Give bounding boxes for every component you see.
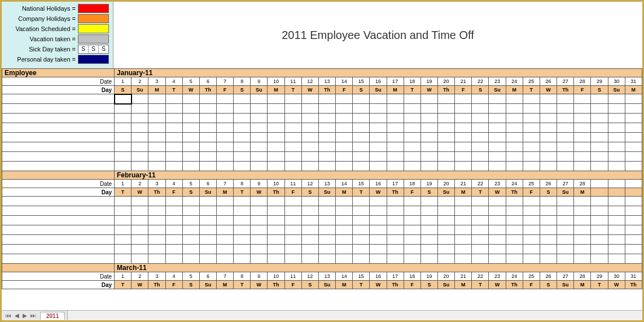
dow-cell[interactable]: Th bbox=[268, 281, 284, 289]
employee-name-cell[interactable] bbox=[2, 133, 115, 142]
calendar-cell[interactable] bbox=[284, 104, 301, 114]
dow-cell[interactable]: Su bbox=[251, 86, 268, 94]
calendar-cell[interactable] bbox=[472, 152, 489, 162]
calendar-cell[interactable] bbox=[506, 197, 523, 206]
date-cell[interactable]: 8 bbox=[234, 77, 251, 86]
dow-cell[interactable]: Su bbox=[557, 188, 574, 197]
dow-cell[interactable]: M bbox=[387, 86, 404, 94]
calendar-cell[interactable] bbox=[420, 104, 437, 114]
date-cell[interactable]: 21 bbox=[455, 77, 472, 86]
calendar-cell[interactable] bbox=[216, 152, 233, 162]
calendar-cell[interactable] bbox=[608, 206, 625, 216]
calendar-cell[interactable] bbox=[234, 197, 251, 206]
calendar-cell[interactable] bbox=[234, 216, 251, 225]
calendar-cell[interactable] bbox=[472, 206, 489, 216]
calendar-cell[interactable] bbox=[625, 94, 642, 104]
calendar-cell[interactable] bbox=[336, 225, 353, 235]
calendar-cell[interactable] bbox=[455, 206, 472, 216]
calendar-cell[interactable] bbox=[625, 206, 642, 216]
calendar-cell[interactable] bbox=[438, 104, 455, 114]
calendar-cell[interactable] bbox=[540, 123, 557, 133]
dow-cell[interactable]: S bbox=[591, 86, 608, 94]
employee-name-cell[interactable] bbox=[2, 225, 115, 235]
calendar-cell[interactable] bbox=[301, 206, 318, 216]
calendar-cell[interactable] bbox=[165, 235, 182, 245]
calendar-cell[interactable] bbox=[199, 197, 216, 206]
employee-name-cell[interactable] bbox=[2, 104, 115, 114]
calendar-cell[interactable] bbox=[336, 123, 353, 133]
dow-cell[interactable]: Th bbox=[199, 86, 216, 94]
tab-next-icon[interactable]: ▶ bbox=[21, 312, 29, 319]
dow-cell[interactable]: M bbox=[506, 86, 523, 94]
calendar-cell[interactable] bbox=[132, 104, 148, 114]
calendar-cell[interactable] bbox=[625, 142, 642, 152]
calendar-cell[interactable] bbox=[489, 225, 506, 235]
date-cell[interactable] bbox=[591, 180, 608, 188]
tab-nav-buttons[interactable]: ⏮ ◀ ▶ ⏭ bbox=[2, 312, 40, 319]
calendar-cell[interactable] bbox=[268, 94, 284, 104]
calendar-cell[interactable] bbox=[608, 104, 625, 114]
calendar-cell[interactable] bbox=[438, 123, 455, 133]
calendar-cell[interactable] bbox=[353, 133, 370, 142]
calendar-cell[interactable] bbox=[165, 152, 182, 162]
calendar-cell[interactable] bbox=[591, 216, 608, 225]
employee-name-cell[interactable] bbox=[2, 94, 115, 104]
dow-cell[interactable]: Th bbox=[387, 188, 404, 197]
dow-cell[interactable]: S bbox=[420, 281, 437, 289]
calendar-cell[interactable] bbox=[506, 206, 523, 216]
calendar-cell[interactable] bbox=[574, 142, 591, 152]
date-cell[interactable]: 1 bbox=[115, 180, 132, 188]
calendar-cell[interactable] bbox=[608, 225, 625, 235]
date-cell[interactable]: 16 bbox=[370, 272, 387, 281]
calendar-cell[interactable] bbox=[540, 114, 557, 123]
calendar-cell[interactable] bbox=[182, 94, 199, 104]
date-cell[interactable]: 20 bbox=[438, 272, 455, 281]
calendar-cell[interactable] bbox=[165, 216, 182, 225]
calendar-cell[interactable] bbox=[608, 94, 625, 104]
dow-cell[interactable]: T bbox=[115, 188, 132, 197]
calendar-cell[interactable] bbox=[489, 162, 506, 171]
calendar-cell[interactable] bbox=[438, 235, 455, 245]
calendar-cell[interactable] bbox=[182, 152, 199, 162]
dow-cell[interactable]: Th bbox=[557, 86, 574, 94]
calendar-cell[interactable] bbox=[216, 142, 233, 152]
calendar-cell[interactable] bbox=[540, 235, 557, 245]
calendar-cell[interactable] bbox=[318, 94, 335, 104]
calendar-cell[interactable] bbox=[353, 216, 370, 225]
calendar-cell[interactable] bbox=[268, 225, 284, 235]
calendar-cell[interactable] bbox=[301, 216, 318, 225]
date-cell[interactable]: 6 bbox=[199, 180, 216, 188]
dow-cell[interactable]: F bbox=[404, 188, 420, 197]
dow-cell[interactable]: Su bbox=[557, 281, 574, 289]
date-cell[interactable]: 2 bbox=[132, 272, 148, 281]
calendar-cell[interactable] bbox=[420, 254, 437, 264]
calendar-cell[interactable] bbox=[455, 123, 472, 133]
calendar-cell[interactable] bbox=[472, 142, 489, 152]
dow-cell[interactable]: M bbox=[336, 281, 353, 289]
calendar-cell[interactable] bbox=[182, 206, 199, 216]
calendar-cell[interactable] bbox=[301, 235, 318, 245]
calendar-cell[interactable] bbox=[404, 216, 420, 225]
calendar-cell[interactable] bbox=[625, 216, 642, 225]
calendar-cell[interactable] bbox=[336, 142, 353, 152]
calendar-cell[interactable] bbox=[251, 245, 268, 254]
calendar-cell[interactable] bbox=[301, 94, 318, 104]
calendar-cell[interactable] bbox=[284, 254, 301, 264]
calendar-cell[interactable] bbox=[489, 216, 506, 225]
calendar-cell[interactable] bbox=[506, 216, 523, 225]
calendar-cell[interactable] bbox=[132, 235, 148, 245]
dow-cell[interactable]: S bbox=[115, 86, 132, 94]
calendar-cell[interactable] bbox=[591, 162, 608, 171]
calendar-cell[interactable] bbox=[506, 152, 523, 162]
calendar-cell[interactable] bbox=[370, 94, 387, 104]
calendar-cell[interactable] bbox=[148, 142, 165, 152]
calendar-cell[interactable] bbox=[216, 254, 233, 264]
date-cell[interactable]: 29 bbox=[591, 272, 608, 281]
calendar-cell[interactable] bbox=[455, 162, 472, 171]
calendar-cell[interactable] bbox=[557, 235, 574, 245]
calendar-cell[interactable] bbox=[199, 216, 216, 225]
calendar-cell[interactable] bbox=[148, 254, 165, 264]
calendar-cell[interactable] bbox=[199, 254, 216, 264]
dow-cell[interactable]: Su bbox=[199, 188, 216, 197]
calendar-cell[interactable] bbox=[404, 152, 420, 162]
